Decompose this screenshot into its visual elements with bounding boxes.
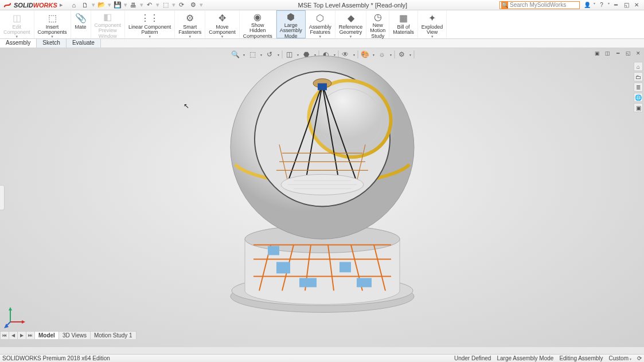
ribbon-label: Linear Component Pattern bbox=[128, 25, 171, 36]
status-edition: SOLIDWORKS Premium 2018 x64 Edition bbox=[2, 355, 448, 361]
pack-icon[interactable]: 🗀 bbox=[634, 72, 643, 81]
doc-maximize-icon[interactable]: ◱ bbox=[623, 49, 633, 57]
search-input[interactable]: 🔍 Search MySolidWorks bbox=[499, 1, 580, 9]
graphics-viewport[interactable]: 🔍▾⬚▾↺▾◫▾⬣▾◐▾👁▾🎨▾☼▾⚙▾ ▣ ◫ ━ ◱ ✕ ⌂🗀≣🌐▣ ↖ bbox=[0, 48, 644, 347]
rebuild-icon[interactable]: ⟳ bbox=[177, 1, 186, 10]
undo-icon[interactable]: ↶ bbox=[145, 1, 154, 10]
dropdown-indicator-icon: ▼ bbox=[349, 35, 353, 38]
ribbon-label: Bill of Materials bbox=[393, 25, 414, 36]
model-3d-view[interactable] bbox=[213, 50, 431, 313]
large-assembly-mode-button[interactable]: ⬢Large Assembly Mode bbox=[276, 10, 306, 38]
new-icon[interactable]: 🗋 bbox=[81, 1, 90, 10]
ribbon-label: Assembly Features bbox=[309, 25, 331, 36]
mate-button[interactable]: 📎Mate bbox=[71, 10, 91, 38]
tab-nav-last-icon[interactable]: ⏭ bbox=[26, 331, 35, 339]
tab-nav-prev-icon[interactable]: ◀ bbox=[9, 331, 18, 339]
doc-collapse-icon[interactable]: ▣ bbox=[592, 49, 602, 57]
dropdown-indicator-icon: ▼ bbox=[431, 35, 434, 38]
status-units[interactable]: Custom▾ bbox=[609, 355, 631, 361]
login-icon[interactable]: 👤 bbox=[583, 1, 591, 9]
show-hidden-components-icon: ◉ bbox=[251, 11, 264, 22]
svg-rect-4 bbox=[299, 278, 317, 287]
new-motion-study-button[interactable]: ◷New Motion Study bbox=[366, 10, 389, 38]
ribbon-label: New Motion Study bbox=[370, 23, 385, 39]
insert-components-button[interactable]: ⬚Insert Components▼ bbox=[34, 10, 71, 38]
open-icon[interactable]: 📂 bbox=[97, 1, 106, 10]
status-mode: Large Assembly Mode bbox=[497, 355, 553, 361]
mate-icon: 📎 bbox=[75, 11, 87, 24]
smart-fasteners-button[interactable]: ⚙Smart Fasteners▼ bbox=[175, 10, 205, 38]
status-reload-icon[interactable]: ⟳ bbox=[637, 355, 642, 361]
svg-marker-20 bbox=[22, 320, 25, 324]
linear-component-pattern-icon: ⋮⋮ bbox=[143, 11, 156, 24]
document-window-controls: ▣ ◫ ━ ◱ ✕ bbox=[592, 49, 643, 57]
status-bar: SOLIDWORKS Premium 2018 x64 Edition Unde… bbox=[0, 354, 644, 362]
assembly-features-icon: ⬡ bbox=[314, 11, 326, 24]
tab-assembly[interactable]: Assembly bbox=[0, 39, 37, 48]
linear-component-pattern-button[interactable]: ⋮⋮Linear Component Pattern▼ bbox=[125, 10, 175, 38]
assembly-features-button[interactable]: ⬡Assembly Features▼ bbox=[306, 10, 335, 38]
home-icon[interactable]: ⌂ bbox=[634, 62, 643, 71]
tab-nav-first-icon[interactable]: ⏮ bbox=[0, 331, 9, 339]
show-hidden-components-button[interactable]: ◉Show Hidden Components bbox=[240, 10, 276, 38]
layers-icon[interactable]: ≣ bbox=[634, 82, 643, 92]
print-icon[interactable]: 🖶 bbox=[129, 1, 138, 10]
move-component-button[interactable]: ✥Move Component▼ bbox=[205, 10, 240, 38]
reference-geometry-button[interactable]: ◆Reference Geometry▼ bbox=[335, 10, 367, 38]
doc-minimize-icon[interactable]: ━ bbox=[613, 49, 622, 57]
globe-icon[interactable]: 🌐 bbox=[634, 93, 643, 102]
task-pane-tabs: ⌂🗀≣🌐▣ bbox=[634, 62, 643, 112]
quick-access-toolbar: ⌂ 🗋▾ 📂▾ 💾▾ 🖶▾ ↶▾ ⬚▾ ⟳ ⚙▾ bbox=[66, 1, 206, 10]
dropdown-indicator-icon: ▼ bbox=[148, 35, 151, 38]
move-component-icon: ✥ bbox=[216, 11, 228, 24]
status-context: Editing Assembly bbox=[559, 355, 603, 361]
ribbon-label: Large Assembly Mode bbox=[280, 23, 302, 39]
close-icon[interactable]: ✕ bbox=[633, 1, 641, 9]
ribbon-label: Smart Fasteners bbox=[178, 25, 201, 36]
feature-tree-flyout-handle[interactable] bbox=[0, 185, 5, 210]
tab-nav-next-icon[interactable]: ▶ bbox=[17, 331, 26, 339]
ribbon-label: Insert Components bbox=[38, 25, 67, 36]
bill-of-materials-icon: ▦ bbox=[397, 11, 410, 24]
app-menu-dropdown-icon[interactable]: ▶ bbox=[60, 3, 63, 7]
edit-component-button: ◫Edit Component▼ bbox=[0, 10, 34, 38]
doc-close-icon[interactable]: ✕ bbox=[634, 49, 643, 57]
ribbon-label: Reference Geometry bbox=[339, 25, 363, 36]
svg-rect-3 bbox=[276, 262, 290, 273]
restore-icon[interactable]: ◱ bbox=[622, 1, 630, 9]
save-icon[interactable]: 💾 bbox=[113, 1, 122, 10]
new-motion-study-icon: ◷ bbox=[372, 11, 384, 22]
bottom-tab-model[interactable]: Model bbox=[34, 331, 59, 339]
dropdown-indicator-icon: ▼ bbox=[15, 35, 18, 38]
select-icon[interactable]: ⬚ bbox=[161, 1, 170, 10]
minimize-icon[interactable]: ━ bbox=[612, 1, 620, 9]
screen-icon[interactable]: ▣ bbox=[634, 103, 643, 112]
svg-rect-15 bbox=[318, 83, 327, 90]
solidworks-logo-icon bbox=[3, 1, 11, 9]
bill-of-materials-button[interactable]: ▦Bill of Materials bbox=[389, 10, 418, 38]
bottom-tab-motion-study-1[interactable]: Motion Study 1 bbox=[90, 331, 136, 339]
exploded-view-button[interactable]: ✦Exploded View▼ bbox=[418, 10, 447, 38]
help-icon[interactable]: ? bbox=[598, 1, 606, 9]
component-preview-window-icon: ◧ bbox=[102, 11, 114, 22]
orientation-triad[interactable] bbox=[3, 306, 26, 329]
options-icon[interactable]: ⚙ bbox=[189, 1, 198, 10]
ribbon-label: Show Hidden Components bbox=[243, 23, 272, 39]
app-brand: SOLIDWORKS bbox=[14, 2, 57, 9]
dropdown-indicator-icon: ▼ bbox=[50, 35, 54, 38]
bottom-tab-3d-views[interactable]: 3D Views bbox=[58, 331, 91, 339]
home-icon[interactable]: ⌂ bbox=[69, 1, 79, 10]
doc-new-window-icon[interactable]: ◫ bbox=[603, 49, 612, 57]
tab-sketch[interactable]: Sketch bbox=[37, 39, 67, 48]
exploded-view-icon: ✦ bbox=[426, 11, 439, 24]
ribbon-label: Move Component bbox=[209, 25, 236, 36]
app-logo: SOLIDWORKS ▶ bbox=[0, 1, 66, 9]
dropdown-indicator-icon: ▼ bbox=[318, 35, 322, 38]
ribbon-label: Edit Component bbox=[3, 25, 30, 36]
edit-component-icon: ◫ bbox=[10, 11, 23, 24]
tab-evaluate[interactable]: Evaluate bbox=[67, 39, 101, 48]
svg-rect-5 bbox=[339, 262, 351, 272]
window-controls: 👤▾ ?▾ ━ ◱ ✕ bbox=[580, 1, 644, 9]
dropdown-indicator-icon: ▼ bbox=[188, 35, 192, 38]
component-preview-window-button: ◧Component Preview Window bbox=[91, 10, 126, 38]
